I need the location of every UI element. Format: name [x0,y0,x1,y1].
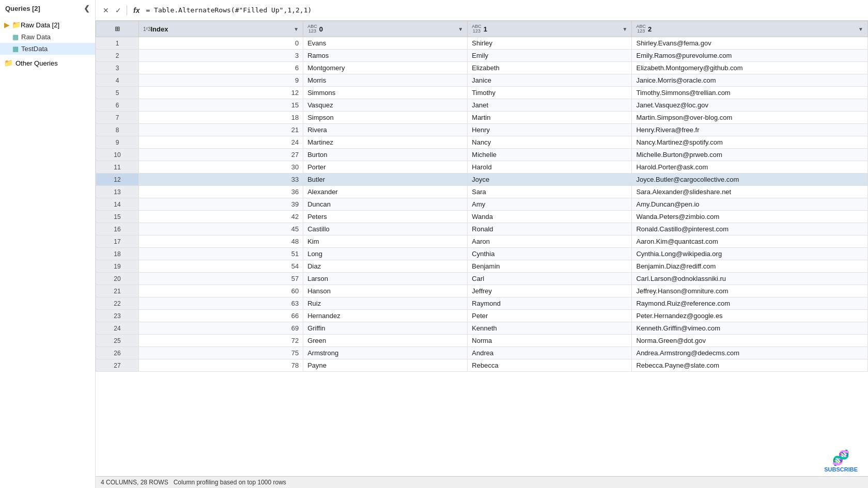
index-cell: 51 [139,248,303,260]
row-num-cell: 15 [96,211,139,223]
col0-cell: Griffin [303,322,468,335]
col0-cell: Ramos [303,50,468,62]
sidebar-item-raw-data[interactable]: ▦ Raw Data [0,31,95,43]
table-row[interactable]: 21 60 Hanson Jeffrey Jeffrey.Hanson@omni… [96,285,868,297]
formula-input[interactable] [144,5,864,15]
row-num-cell: 21 [96,285,139,297]
dna-icon: 🧬 [832,449,850,466]
col0-cell: Simpson [303,112,468,124]
col0-cell: Diaz [303,260,468,273]
col2-cell: Raymond.Ruiz@reference.com [632,297,868,310]
col0-cell: Peters [303,211,468,223]
col0-cell: Simmons [303,87,468,99]
index-cell: 33 [139,174,303,186]
table-row[interactable]: 3 6 Montgomery Elizabeth Elizabeth.Montg… [96,62,868,74]
table-row[interactable]: 22 63 Ruiz Raymond Raymond.Ruiz@referenc… [96,297,868,310]
table-row[interactable]: 19 54 Diaz Benjamin Benjamin.Diaz@rediff… [96,260,868,273]
sidebar-item-raw-data-label: Raw Data [21,33,51,41]
col1-cell: Raymond [468,297,632,310]
col-2-dropdown[interactable]: ▼ [858,26,863,32]
col-1-dropdown[interactable]: ▼ [623,26,628,32]
index-cell: 3 [139,50,303,62]
table-row[interactable]: 24 69 Griffin Kenneth Kenneth.Griffin@vi… [96,322,868,335]
index-cell: 63 [139,297,303,310]
col1-cell: Timothy [468,87,632,99]
formula-confirm-button[interactable]: ✓ [112,5,125,15]
col2-cell: Timothy.Simmons@trellian.com [632,87,868,99]
table-row[interactable]: 1 0 Evans Shirley Shirley.Evans@fema.gov [96,37,868,50]
table-row[interactable]: 14 39 Duncan Amy Amy.Duncan@pen.io [96,198,868,211]
col-index-dropdown[interactable]: ▼ [293,26,299,32]
table-row[interactable]: 18 51 Long Cynthia Cynthia.Long@wikipedi… [96,248,868,260]
col-2-type-badge: ABC123 [636,24,646,34]
table-row[interactable]: 16 45 Castillo Ronald Ronald.Castillo@pi… [96,223,868,235]
subscribe-label: SUBSCRIBE [824,466,858,473]
col2-cell: Wanda.Peters@zimbio.com [632,211,868,223]
table-row[interactable]: 20 57 Larson Carl Carl.Larson@odnoklassn… [96,273,868,285]
table-row[interactable]: 7 18 Simpson Martin Martin.Simpson@over-… [96,112,868,124]
row-num-cell: 18 [96,248,139,260]
table-row[interactable]: 17 48 Kim Aaron Aaron.Kim@quantcast.com [96,235,868,248]
col2-cell: Andrea.Armstrong@dedecms.com [632,347,868,359]
table-row[interactable]: 25 72 Green Norma Norma.Green@dot.gov [96,335,868,347]
index-cell: 36 [139,186,303,198]
col1-cell: Martin [468,112,632,124]
col0-cell: Alexander [303,186,468,198]
table-row[interactable]: 23 66 Hernandez Peter Peter.Hernandez@go… [96,310,868,322]
col-0-header[interactable]: ABC123 0 ▼ [303,21,468,37]
table-row[interactable]: 15 42 Peters Wanda Wanda.Peters@zimbio.c… [96,211,868,223]
row-num-cell: 3 [96,62,139,74]
col0-cell: Armstrong [303,347,468,359]
sidebar: Queries [2] ❮ ▶ 📁 Raw Data [2] ▦ Raw Dat… [0,0,96,488]
table-header: ⊞ 1²3 Index ▼ [96,21,868,37]
col1-cell: Kenneth [468,322,632,335]
col-index-label: Index [150,25,168,33]
col0-cell: Hanson [303,285,468,297]
row-num-cell: 8 [96,124,139,136]
col0-cell: Green [303,335,468,347]
index-cell: 60 [139,285,303,297]
col-index-type-badge: 1²3 [143,26,150,32]
table-row[interactable]: 13 36 Alexander Sara Sara.Alexander@slid… [96,186,868,198]
index-cell: 54 [139,260,303,273]
col-0-dropdown[interactable]: ▼ [458,26,463,32]
row-num-cell: 6 [96,99,139,112]
index-cell: 57 [139,273,303,285]
profiling-note-label: Column profiling based on top 1000 rows [174,479,286,486]
table-row[interactable]: 12 33 Butler Joyce Joyce.Butler@cargocol… [96,174,868,186]
table-row[interactable]: 2 3 Ramos Emily Emily.Ramos@purevolume.c… [96,50,868,62]
table-row[interactable]: 10 27 Burton Michelle Michelle.Burton@pr… [96,149,868,161]
table-row[interactable]: 9 24 Martinez Nancy Nancy.Martinez@spoti… [96,136,868,149]
col2-cell: Joyce.Butler@cargocollective.com [632,174,868,186]
col-index-header[interactable]: 1²3 Index ▼ [139,21,303,37]
index-cell: 75 [139,347,303,359]
row-num-cell: 20 [96,273,139,285]
formula-bar: ✕ ✓ fx [96,0,868,21]
table-row[interactable]: 4 9 Morris Janice Janice.Morris@oracle.c… [96,74,868,87]
table-row[interactable]: 27 78 Payne Rebecca Rebecca.Payne@slate.… [96,359,868,372]
col0-cell: Butler [303,174,468,186]
index-cell: 45 [139,223,303,235]
col-2-header[interactable]: ABC123 2 ▼ [632,21,868,37]
col1-cell: Rebecca [468,359,632,372]
folder-gray-icon: 📁 [4,59,13,67]
col-2-label: 2 [648,25,652,33]
table-row[interactable]: 11 30 Porter Harold Harold.Porter@ask.co… [96,161,868,174]
subscribe-watermark: 🧬 SUBSCRIBE [824,449,858,473]
col-1-header[interactable]: ABC123 1 ▼ [468,21,632,37]
sidebar-group-header[interactable]: ▶ 📁 Raw Data [2] [0,19,95,31]
sidebar-title: Queries [2] [5,5,40,12]
table-row[interactable]: 5 12 Simmons Timothy Timothy.Simmons@tre… [96,87,868,99]
index-cell: 78 [139,359,303,372]
sidebar-collapse-button[interactable]: ❮ [84,4,90,12]
formula-cancel-button[interactable]: ✕ [100,5,112,15]
table-row[interactable]: 8 21 Rivera Henry Henry.Rivera@free.fr [96,124,868,136]
row-num-cell: 2 [96,50,139,62]
col0-cell: Castillo [303,223,468,235]
sidebar-item-test-data[interactable]: ▦ TestData [0,43,95,55]
table-row[interactable]: 6 15 Vasquez Janet Janet.Vasquez@loc.gov [96,99,868,112]
sidebar-other-queries[interactable]: 📁 Other Queries [0,57,95,69]
table-wrapper[interactable]: ⊞ 1²3 Index ▼ [96,21,868,476]
table-row[interactable]: 26 75 Armstrong Andrea Andrea.Armstrong@… [96,347,868,359]
row-num-cell: 25 [96,335,139,347]
